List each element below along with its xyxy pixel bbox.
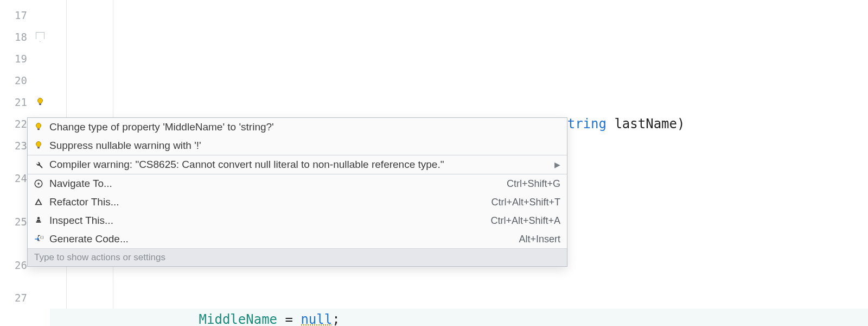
quickfix-change-type[interactable]: Change type of property 'MiddleName' to … [28,118,567,136]
shortcut-text: Ctrl+Alt+Shift+A [490,215,560,227]
shortcut-text: Ctrl+Shift+G [507,178,560,190]
generate-code-item[interactable]: {} Generate Code... Alt+Insert [28,230,567,248]
compiler-warning-label: Compiler warning: "CS8625: Cannot conver… [49,159,547,171]
quick-actions-popup[interactable]: Change type of property 'MiddleName' to … [27,117,567,267]
paren-close: ) [677,116,685,131]
line-number: 19 [0,48,30,70]
shortcut-text: Ctrl+Alt+Shift+T [491,197,560,208]
editor-body[interactable]: public NrtWarningsAndQuickfixes(string f… [50,0,868,326]
navigate-to-item[interactable]: Navigate To... Ctrl+Shift+G [28,174,567,193]
parameter: lastName [607,116,677,131]
menu-label: Navigate To... [49,178,501,190]
line-number: 24 [0,156,30,200]
lightbulb-icon[interactable] [35,97,46,108]
line-number: 26 [0,243,30,287]
wrench-icon [33,159,44,170]
refactor-icon [33,197,44,208]
line-number: 22 [0,113,30,135]
refactor-this-item[interactable]: Refactor This... Ctrl+Alt+Shift+T [28,193,567,211]
code-line[interactable] [50,48,868,70]
svg-rect-2 [37,147,40,149]
menu-label: Refactor This... [49,196,486,208]
lightbulb-icon [33,140,44,151]
quickfix-label: Suppress nullable warning with '!' [49,140,560,152]
inspect-icon [33,215,44,226]
line-number: 25 [0,200,30,243]
svg-point-4 [37,217,40,220]
chevron-right-icon: ▶ [554,160,560,169]
code-editor[interactable]: 17 18 19 20 21 22 23 24 25 26 27 [0,0,868,326]
menu-label: Generate Code... [49,233,513,245]
line-number: 21 [0,91,30,113]
quickfix-label: Change type of property 'MiddleName' to … [49,121,560,133]
property-name: MiddleName [199,312,278,326]
line-number: 23 [0,135,30,156]
compiler-warning-item[interactable]: Compiler warning: "CS8625: Cannot conver… [28,155,567,174]
compass-icon [33,178,44,189]
shortcut-text: Alt+Insert [519,234,560,245]
generate-icon: {} [33,234,44,244]
semicolon: ; [332,312,340,326]
svg-rect-0 [39,104,41,105]
code-text: = [277,312,301,326]
line-number: 20 [0,70,30,91]
line-number: 17 [0,4,30,26]
svg-rect-6 [36,222,41,223]
svg-rect-5 [37,220,40,222]
lightbulb-icon [33,122,44,133]
line-number-gutter: 17 18 19 20 21 22 23 24 25 26 27 [0,0,30,326]
line-number: 18 [0,26,30,48]
inspect-this-item[interactable]: Inspect This... Ctrl+Alt+Shift+A [28,211,567,230]
code-line-current[interactable]: MiddleName = null; [50,309,868,326]
popup-hint: Type to show actions or settings [28,249,567,266]
keyword-null-warning[interactable]: null [301,312,332,326]
svg-text:{}: {} [40,235,43,240]
svg-rect-1 [37,129,40,130]
fold-handle-icon[interactable] [36,32,44,42]
menu-label: Inspect This... [49,215,485,227]
quickfix-suppress-nullable[interactable]: Suppress nullable warning with '!' [28,136,567,155]
line-number: 27 [0,287,30,309]
